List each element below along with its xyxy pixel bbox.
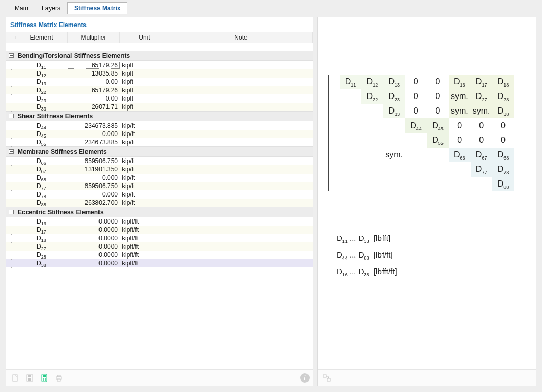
collapse-icon[interactable] [6, 209, 16, 216]
element-cell: D33 [16, 103, 68, 111]
multiplier-cell[interactable]: 0.0000 [68, 226, 120, 234]
matrix-cell: 0 [405, 89, 427, 104]
table-row[interactable]: D2265179.26kipft [6, 86, 313, 94]
element-cell: D66 [16, 157, 68, 165]
matrix-cell: sym. [449, 89, 471, 104]
table-row[interactable]: D1165179.26kipft [6, 61, 313, 69]
group-header[interactable]: Eccentric Stiffness Elements [6, 207, 313, 217]
col-note[interactable]: Note [169, 32, 313, 43]
multiplier-cell[interactable]: 0.0000 [68, 218, 120, 225]
multiplier-cell[interactable]: 659506.750 [68, 182, 120, 190]
multiplier-cell[interactable]: 234673.885 [68, 122, 120, 129]
svg-point-6 [43, 378, 44, 379]
matrix-cell: 0 [427, 89, 449, 104]
col-element[interactable]: Element [16, 32, 68, 43]
calculator-button[interactable] [39, 372, 50, 384]
table-row[interactable]: D44234673.885kip/ft [6, 121, 313, 130]
print-button[interactable] [53, 372, 65, 384]
matrix-cell: 0 [471, 118, 492, 133]
col-unit[interactable]: Unit [120, 32, 169, 43]
table-row[interactable]: D1213035.85kipft [6, 69, 313, 78]
table-row[interactable]: D55234673.885kip/ft [6, 138, 313, 146]
element-cell: D44 [16, 122, 68, 129]
table-row[interactable]: D450.000kip/ft [6, 130, 313, 138]
element-cell: D38 [16, 260, 68, 267]
tab-stiffness-matrix[interactable]: Stiffness Matrix [67, 2, 127, 14]
matrix-cell [361, 133, 383, 148]
collapse-icon[interactable] [6, 113, 16, 120]
tab-layers[interactable]: Layers [35, 2, 67, 14]
group-title: Eccentric Stiffness Elements [16, 209, 104, 216]
element-cell: D77 [16, 182, 68, 190]
table-row[interactable]: D170.0000kipft/ft [6, 226, 313, 234]
transfer-icon [323, 374, 331, 382]
multiplier-cell[interactable]: 234673.885 [68, 139, 120, 146]
svg-rect-5 [43, 375, 46, 377]
tab-main[interactable]: Main [8, 2, 35, 14]
matrix-cell: D13 [383, 75, 405, 89]
multiplier-cell[interactable]: 65179.26 [68, 87, 120, 94]
unit-cell: kipft [120, 78, 169, 85]
unit-cell: kip/ft [120, 191, 169, 198]
table-row[interactable]: D77659506.750kip/ft [6, 182, 313, 190]
multiplier-cell[interactable]: 0.0000 [68, 243, 120, 250]
matrix-cell [361, 118, 383, 133]
element-cell: D11 [16, 62, 68, 69]
collapse-icon[interactable] [6, 52, 16, 59]
element-cell: D13 [16, 78, 68, 85]
col-multiplier[interactable]: Multiplier [68, 32, 120, 43]
elements-tree[interactable]: Bending/Torsional Stiffness ElementsD116… [6, 51, 313, 368]
matrix-cell [361, 148, 383, 162]
multiplier-cell[interactable]: 0.0000 [68, 235, 120, 242]
multiplier-cell[interactable]: 65179.26 [68, 62, 120, 69]
matrix-cell [449, 177, 471, 191]
table-row[interactable]: D780.000kip/ft [6, 190, 313, 199]
table-row[interactable]: D280.0000kipft/ft [6, 251, 313, 259]
multiplier-cell[interactable]: 131901.350 [68, 166, 120, 173]
table-row[interactable]: D66659506.750kip/ft [6, 157, 313, 165]
group-header[interactable]: Bending/Torsional Stiffness Elements [6, 51, 313, 61]
right-toolbar [318, 369, 536, 386]
info-button[interactable]: i [300, 373, 310, 383]
group-header[interactable]: Shear Stiffness Elements [6, 111, 313, 121]
matrix-cell: D12 [361, 75, 383, 89]
calculator-icon [40, 374, 48, 382]
collapse-icon[interactable] [6, 148, 16, 155]
multiplier-cell[interactable]: 0.000 [68, 191, 120, 198]
multiplier-cell[interactable]: 659506.750 [68, 157, 120, 165]
multiplier-cell[interactable]: 0.00 [68, 78, 120, 85]
multiplier-cell[interactable]: 263802.700 [68, 199, 120, 206]
multiplier-cell[interactable]: 0.00 [68, 95, 120, 102]
matrix-cell: D33 [383, 104, 405, 118]
multiplier-cell[interactable]: 0.000 [68, 130, 120, 138]
table-row[interactable]: D88263802.700kip/ft [6, 199, 313, 207]
transfer-button[interactable] [321, 372, 332, 384]
table-row[interactable]: D180.0000kipft/ft [6, 234, 313, 242]
unit-cell: kip/ft [120, 122, 169, 129]
table-row[interactable]: D3326071.71kipft [6, 103, 313, 111]
matrix-cell: D18 [492, 75, 514, 89]
save-button[interactable] [24, 372, 35, 384]
matrix-cell: 0 [492, 118, 514, 133]
table-row[interactable]: D270.0000kipft/ft [6, 242, 313, 251]
matrix-cell: D38 [492, 104, 514, 118]
table-row[interactable]: D67131901.350kip/ft [6, 165, 313, 174]
table-row[interactable]: D130.00kipft [6, 78, 313, 86]
matrix-cell: D28 [492, 89, 514, 104]
matrix-cell: D27 [471, 89, 492, 104]
group-header[interactable]: Membrane Stiffness Elements [6, 146, 313, 157]
table-row[interactable]: D680.000kip/ft [6, 174, 313, 182]
multiplier-cell[interactable]: 0.000 [68, 174, 120, 181]
matrix-cell: D77 [471, 162, 492, 177]
multiplier-cell[interactable]: 26071.71 [68, 103, 120, 111]
table-row[interactable]: D230.00kipft [6, 94, 313, 103]
new-button[interactable] [9, 372, 21, 384]
unit-cell: kipft [120, 62, 169, 69]
multiplier-cell[interactable]: 13035.85 [68, 70, 120, 77]
table-row[interactable]: D160.0000kipft/ft [6, 217, 313, 226]
multiplier-cell[interactable]: 0.0000 [68, 260, 120, 267]
multiplier-cell[interactable]: 0.0000 [68, 251, 120, 259]
table-row[interactable]: D380.0000kipft/ft [6, 259, 313, 267]
matrix-cell: 0 [471, 133, 492, 148]
svg-rect-13 [323, 375, 326, 377]
